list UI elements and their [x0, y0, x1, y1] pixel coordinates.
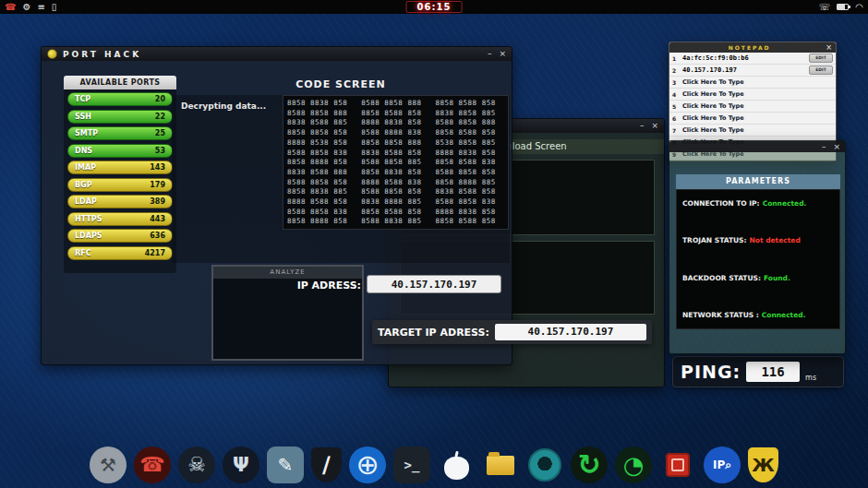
port-number: 20 [155, 95, 165, 103]
webcam-glyph [528, 448, 561, 482]
dock-call-recycle-icon[interactable]: ↻ [571, 446, 608, 483]
window-title: PORT HACK [63, 50, 141, 59]
terminal-icon-glyph: >_ [404, 458, 420, 471]
dock-skull-icon[interactable]: ☠ [178, 446, 215, 483]
dock-globe-icon[interactable]: ⊕ [349, 446, 386, 483]
close-button[interactable]: × [499, 47, 506, 61]
target-ip-bar: TARGET IP ADRESS: 40.157.170.197 [372, 320, 652, 344]
port-row-ldap[interactable]: LDAP389 [67, 195, 173, 208]
port-number: 4217 [145, 249, 165, 257]
port-name: LDAP [75, 197, 97, 206]
ping-label: PING: [681, 362, 741, 382]
dock-gauge-icon[interactable]: ◔ [615, 446, 652, 483]
call-recycle-icon-glyph: ↻ [577, 451, 600, 479]
dock-chip-icon[interactable] [659, 446, 696, 483]
port-row-ssh[interactable]: SSH22 [67, 110, 173, 124]
row-number: 3 [672, 79, 679, 86]
port-number: 143 [150, 163, 165, 172]
row-text: 4a:fc:5c:f9:0b:b6 [682, 54, 805, 62]
row-text: 40.157.170.197 [682, 66, 805, 74]
dock-phone-icon[interactable]: ☎ [134, 446, 171, 483]
gear-icon[interactable]: ⚙ [22, 0, 30, 14]
minimize-button[interactable]: – [822, 140, 826, 154]
ping-panel: PING: 116 ms [672, 356, 844, 387]
row-text: Click Here To Type [682, 114, 833, 122]
top-status-bar: ☎⚙≡▯ 06:15 ☏◠ [0, 0, 868, 14]
notepad-row-1[interactable]: 14a:fc:5c:f9:0b:b6EDIT [669, 53, 836, 65]
dock-bug-shield-icon[interactable]: Ж [748, 447, 778, 482]
available-ports-header: AVAILABLE PORTS [64, 76, 176, 89]
dock-folder-icon[interactable] [482, 446, 519, 483]
folder-glyph [487, 456, 514, 475]
port-number: 22 [155, 113, 165, 121]
code-screen-panel: Decrypting data... 8858 8838 858 8588 88… [172, 95, 510, 263]
wifi-icon[interactable]: ◠ [855, 0, 863, 14]
dock-shield-icon[interactable]: ∕ [311, 447, 342, 482]
ping-value: 116 [746, 362, 800, 382]
notepad-row-4[interactable]: 4Click Here To Type [669, 89, 836, 101]
close-button[interactable]: × [833, 140, 840, 154]
parameter-label: CONNECTION TO IP: [682, 199, 760, 208]
target-ip-field[interactable]: 40.157.170.197 [495, 324, 646, 340]
port-row-dns[interactable]: DNS53 [67, 144, 173, 158]
parameter-value: Found. [764, 274, 790, 282]
port-row-smtp[interactable]: SMTP25 [67, 126, 173, 140]
port-name: TCP [75, 95, 90, 103]
window-titlebar[interactable]: PORT HACK – × [42, 47, 512, 61]
window-titlebar[interactable]: – × [669, 141, 845, 152]
port-name: IMAP [75, 163, 96, 172]
dock-ip-lookup-icon[interactable]: IP⌕ [704, 446, 741, 483]
parameters-panel: PARAMETERS CONNECTION TO IP:Connected.TR… [676, 174, 840, 329]
call-status-icon[interactable]: ☏ [819, 0, 831, 14]
notes-icon-glyph: ✎ [278, 456, 294, 474]
port-row-imap[interactable]: IMAP143 [67, 161, 173, 174]
dock-terminal-icon[interactable]: >_ [393, 446, 430, 483]
notepad-row-6[interactable]: 6Click Here To Type [669, 113, 836, 125]
minimize-button[interactable]: – [640, 119, 645, 133]
port-number: 25 [155, 129, 165, 137]
port-number: 179 [150, 181, 165, 189]
phone-alert-icon[interactable]: ☎ [5, 0, 16, 14]
port-number: 636 [150, 232, 165, 240]
row-text: Click Here To Type [682, 102, 833, 110]
notepad-title: NOTEPAD [673, 44, 826, 51]
mobile-icon[interactable]: ▯ [52, 0, 57, 14]
shield-icon-glyph: ∕ [322, 454, 331, 476]
port-row-tcp[interactable]: TCP20 [67, 92, 173, 106]
parameters-window: – × PARAMETERS CONNECTION TO IP:Connecte… [669, 140, 846, 354]
close-button[interactable]: × [826, 43, 832, 52]
notepad-row-3[interactable]: 3Click Here To Type [669, 77, 836, 89]
menu-icon[interactable]: ≡ [37, 0, 44, 14]
available-ports-panel: AVAILABLE PORTS TCP20SSH22SMTP25DNS53IMA… [64, 76, 176, 273]
port-row-rfc[interactable]: RFC4217 [67, 246, 173, 260]
ip-address-field[interactable]: 40.157.170.197 [367, 275, 501, 293]
port-name: SMTP [75, 129, 98, 137]
notepad-row-2[interactable]: 240.157.170.197EDIT [669, 65, 836, 77]
apple-glyph [444, 457, 469, 480]
close-button[interactable]: × [651, 119, 658, 133]
dock-notes-icon[interactable]: ✎ [267, 446, 304, 483]
port-row-bgp[interactable]: BGP179 [67, 178, 173, 192]
battery-icon[interactable] [837, 4, 849, 10]
dock-antenna-icon[interactable]: Ψ [223, 446, 259, 483]
window-titlebar[interactable]: NOTEPAD × [669, 42, 836, 53]
minimize-button[interactable]: – [488, 47, 492, 61]
notepad-row-5[interactable]: 5Click Here To Type [669, 101, 836, 113]
dock-apple-icon[interactable] [438, 446, 475, 483]
parameter-value: Not detected [750, 236, 801, 244]
dock-lockpicks-icon[interactable]: ⚒ [90, 446, 127, 483]
dock-webcam-icon[interactable] [526, 446, 563, 483]
edit-button[interactable]: EDIT [809, 65, 833, 75]
port-row-https[interactable]: HTTPS443 [67, 212, 173, 226]
chip-glyph [666, 453, 690, 477]
notepad-row-7[interactable]: 7Click Here To Type [669, 125, 836, 137]
skull-icon-glyph: ☠ [187, 455, 206, 475]
port-hack-window: PORT HACK – × AVAILABLE PORTS TCP20SSH22… [41, 46, 512, 365]
port-row-ldaps[interactable]: LDAPS636 [67, 229, 173, 243]
edit-button[interactable]: EDIT [809, 54, 833, 63]
parameters-list: CONNECTION TO IP:Connected.TROJAN STATUS… [676, 189, 840, 329]
row-text: Click Here To Type [682, 78, 833, 86]
row-text: Click Here To Type [682, 90, 833, 98]
ip-address-label: IP ADRESS: [269, 280, 361, 292]
topbar-left-icons: ☎⚙≡▯ [5, 0, 56, 14]
